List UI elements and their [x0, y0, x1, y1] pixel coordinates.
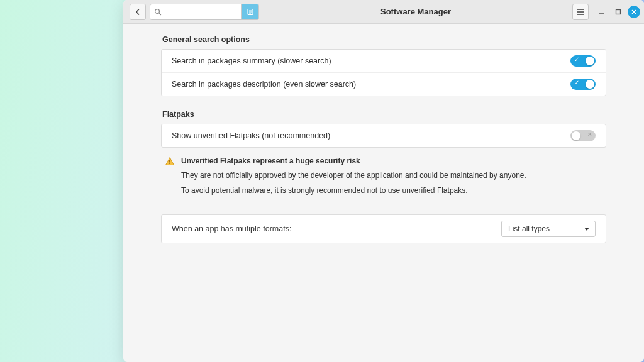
- option-row-unverified-flatpaks: Show unverified Flatpaks (not recommende…: [162, 124, 606, 147]
- svg-rect-14: [169, 163, 170, 163]
- flatpak-warning: Unverified Flatpaks represent a huge sec…: [161, 153, 606, 200]
- toggle-knob: [586, 57, 594, 65]
- toggle-description-search[interactable]: [570, 79, 596, 90]
- option-label: Search in packages description (even slo…: [172, 80, 570, 89]
- minimize-icon: [599, 9, 605, 15]
- maximize-icon: [615, 9, 621, 15]
- window-title: Software Manager: [263, 7, 569, 16]
- page-icon: [247, 8, 254, 16]
- search-submit-button[interactable]: [241, 4, 258, 20]
- close-icon: [631, 9, 637, 15]
- formats-select[interactable]: List all types: [501, 221, 596, 237]
- select-value: List all types: [508, 224, 550, 233]
- warning-line: They are not officially approved by the …: [181, 170, 526, 182]
- chevron-left-icon: [135, 9, 141, 15]
- toggle-summary-search[interactable]: [570, 55, 596, 67]
- minimize-button[interactable]: [595, 5, 609, 19]
- warning-icon: [165, 156, 175, 167]
- back-button[interactable]: [130, 4, 146, 20]
- warning-line: To avoid potential malware, it is strong…: [181, 185, 526, 197]
- maximize-button[interactable]: [611, 5, 625, 19]
- option-row-summary-search: Search in packages summary (slower searc…: [162, 50, 606, 73]
- toggle-knob: [572, 131, 580, 140]
- section-title-flatpaks: Flatpaks: [162, 110, 606, 119]
- menu-button[interactable]: [572, 4, 589, 20]
- search-icon: [150, 8, 165, 16]
- hamburger-icon: [577, 9, 584, 15]
- toggle-unverified-flatpaks[interactable]: [570, 130, 596, 141]
- search-field[interactable]: [150, 4, 259, 20]
- svg-rect-13: [169, 160, 170, 163]
- option-row-formats: When an app has mutiple formats: List al…: [162, 215, 606, 243]
- formats-card: When an app has mutiple formats: List al…: [161, 214, 606, 243]
- toggle-knob: [586, 80, 594, 89]
- search-input[interactable]: [165, 4, 241, 19]
- svg-line-1: [159, 13, 161, 14]
- app-window: Software Manager General search options …: [123, 0, 644, 362]
- window-controls: [595, 5, 640, 19]
- general-options-card: Search in packages summary (slower searc…: [161, 49, 606, 96]
- option-row-description-search: Search in packages description (even slo…: [162, 73, 606, 96]
- titlebar: Software Manager: [123, 0, 644, 24]
- section-title-general: General search options: [162, 35, 606, 44]
- content-area: General search options Search in package…: [123, 24, 644, 362]
- svg-rect-10: [616, 9, 621, 14]
- close-button[interactable]: [628, 6, 640, 18]
- option-label: When an app has mutiple formats:: [172, 224, 501, 233]
- warning-title: Unverified Flatpaks represent a huge sec…: [181, 155, 526, 167]
- option-label: Show unverified Flatpaks (not recommende…: [172, 131, 570, 140]
- warning-text: Unverified Flatpaks represent a huge sec…: [181, 155, 526, 200]
- option-label: Search in packages summary (slower searc…: [172, 57, 570, 65]
- flatpaks-card: Show unverified Flatpaks (not recommende…: [161, 124, 606, 148]
